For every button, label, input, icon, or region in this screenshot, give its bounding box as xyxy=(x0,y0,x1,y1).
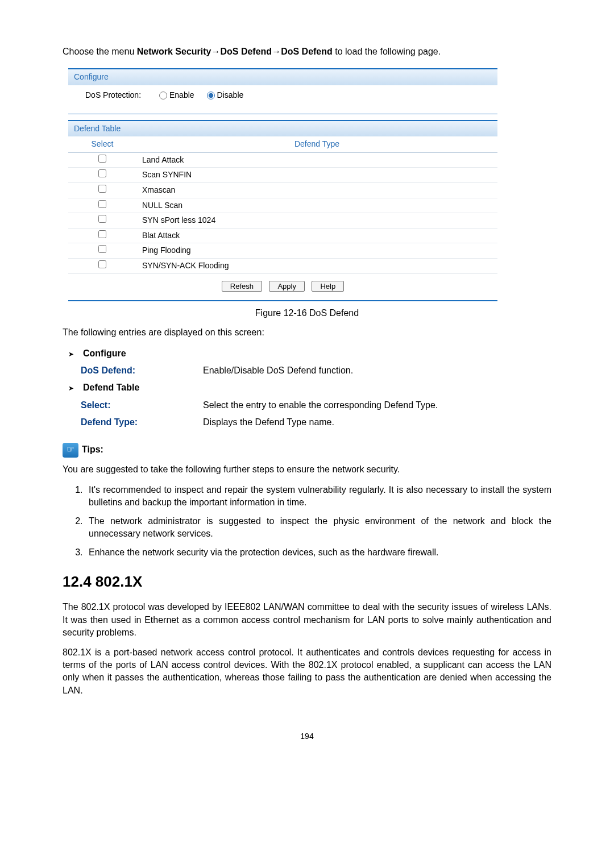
enable-radio-item[interactable]: Enable xyxy=(159,90,194,101)
table-row: Xmascan xyxy=(68,182,497,198)
row-checkbox[interactable] xyxy=(98,169,106,177)
def-row: Defend Type: Displays the Defend Type na… xyxy=(81,416,551,429)
def-row: Select: Select the entry to enable the c… xyxy=(81,399,551,412)
help-button[interactable]: Help xyxy=(312,281,344,292)
dos-protection-radio-group: Enable Disable xyxy=(159,90,243,101)
disable-radio[interactable] xyxy=(207,92,215,99)
table-row: SYN sPort less 1024 xyxy=(68,213,497,229)
row-label: SYN/SYN-ACK Flooding xyxy=(136,258,497,273)
triangle-icon: ➤ xyxy=(68,347,74,359)
list-item: Enhance the network security via the pro… xyxy=(85,546,551,559)
def-label: Defend Type: xyxy=(81,416,203,429)
table-row: Blat Attack xyxy=(68,228,497,243)
tips-title: Tips: xyxy=(82,443,103,456)
table-row: Ping Flooding xyxy=(68,243,497,259)
tips-intro: You are suggested to take the following … xyxy=(63,463,551,476)
page-number: 194 xyxy=(63,731,551,742)
def-row: DoS Defend: Enable/Disable DoS Defend fu… xyxy=(81,364,551,377)
row-label: NULL Scan xyxy=(136,198,497,213)
row-checkbox[interactable] xyxy=(98,215,106,223)
table-row: Scan SYNFIN xyxy=(68,168,497,183)
hand-point-icon: ☞ xyxy=(63,443,78,458)
intro-suffix: to load the following page. xyxy=(333,47,441,56)
enable-radio-label: Enable xyxy=(169,90,194,101)
def-label: Select: xyxy=(81,399,203,412)
row-checkbox[interactable] xyxy=(98,185,106,193)
row-label: SYN sPort less 1024 xyxy=(136,213,497,229)
figure-caption: Figure 12-16 DoS Defend xyxy=(63,307,551,319)
def-value: Enable/Disable DoS Defend function. xyxy=(203,364,551,377)
enable-radio[interactable] xyxy=(159,92,167,99)
table-row: NULL Scan xyxy=(68,198,497,213)
col-defend-type: Defend Type xyxy=(136,136,497,152)
disable-radio-item[interactable]: Disable xyxy=(207,90,244,101)
disable-radio-label: Disable xyxy=(217,90,244,101)
table-row: SYN/SYN-ACK Flooding xyxy=(68,258,497,273)
refresh-button[interactable]: Refesh xyxy=(222,281,262,292)
defend-heading-line: ➤ Defend Table xyxy=(68,381,551,394)
def-label: DoS Defend: xyxy=(81,364,203,377)
configure-heading-line: ➤ Configure xyxy=(68,347,551,360)
def-value: Displays the Defend Type name. xyxy=(203,416,551,429)
section-p1: The 802.1X protocol was developed by IEE… xyxy=(63,601,551,639)
defend-table-panel: Defend Table Select Defend Type Land Att… xyxy=(68,120,497,301)
intro-path: Network Security→DoS Defend→DoS Defend xyxy=(137,47,333,56)
row-label: Blat Attack xyxy=(136,228,497,243)
button-row: Refesh Apply Help xyxy=(68,274,497,292)
configure-heading: Configure xyxy=(83,347,126,360)
tips-heading: ☞ Tips: xyxy=(63,443,551,458)
tips-list: It's recommended to inspect and repair t… xyxy=(75,484,551,559)
row-label: Xmascan xyxy=(136,182,497,198)
row-label: Land Attack xyxy=(136,152,497,168)
configure-panel-title: Configure xyxy=(68,69,497,85)
dos-protection-label: DoS Protection: xyxy=(85,90,159,101)
section-heading: 12.4 802.1X xyxy=(63,571,551,592)
row-checkbox[interactable] xyxy=(98,230,106,238)
row-label: Ping Flooding xyxy=(136,243,497,259)
intro-prefix: Choose the menu xyxy=(63,47,137,56)
row-checkbox[interactable] xyxy=(98,155,106,163)
list-item: It's recommended to inspect and repair t… xyxy=(85,484,551,509)
defend-table: Select Defend Type Land Attack Scan SYNF… xyxy=(68,136,497,273)
def-value: Select the entry to enable the correspon… xyxy=(203,399,551,412)
row-checkbox[interactable] xyxy=(98,245,106,253)
intro-line: Choose the menu Network Security→DoS Def… xyxy=(63,45,551,58)
list-item: The network administrator is suggested t… xyxy=(85,515,551,541)
col-select: Select xyxy=(68,136,136,152)
table-row: Land Attack xyxy=(68,152,497,168)
triangle-icon: ➤ xyxy=(68,381,74,393)
row-checkbox[interactable] xyxy=(98,260,106,268)
row-label: Scan SYNFIN xyxy=(136,168,497,183)
row-checkbox[interactable] xyxy=(98,200,106,208)
section-p2: 802.1X is a port-based network access co… xyxy=(63,646,551,697)
defend-heading: Defend Table xyxy=(83,381,139,394)
configure-panel: Configure DoS Protection: Enable Disable xyxy=(68,68,497,114)
defend-table-title: Defend Table xyxy=(68,121,497,137)
entries-intro: The following entries are displayed on t… xyxy=(63,326,551,339)
apply-button[interactable]: Apply xyxy=(269,281,305,292)
